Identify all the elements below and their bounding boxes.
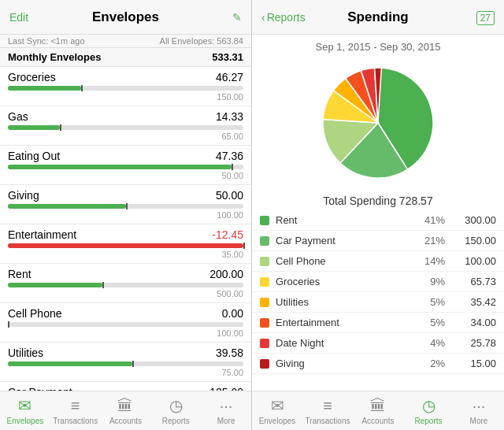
progress-bar <box>8 322 243 327</box>
spending-color-indicator <box>260 277 269 287</box>
total-spending-label: Total Spending <box>323 195 396 207</box>
nav-reports-right[interactable]: ◷ Reports <box>403 391 454 430</box>
list-item[interactable]: Cell Phone 14% 100.00 <box>252 251 504 272</box>
envelope-row: Giving 50.00 <box>8 189 243 202</box>
nav-more-left[interactable]: ··· More <box>201 391 251 430</box>
nav-label-reports-right: Reports <box>414 417 442 425</box>
total-spending: Total Spending 728.57 <box>252 190 504 210</box>
envelope-amount: 14.33 <box>216 110 243 123</box>
spending-percentage: 2% <box>417 358 445 369</box>
envelope-amount: 46.27 <box>216 71 243 83</box>
left-panel-title: Envelopes <box>92 9 159 25</box>
all-envelopes: All Envelopes: 563.84 <box>160 36 243 46</box>
envelope-name: Gas <box>8 110 28 123</box>
spending-category-name: Utilities <box>276 296 417 308</box>
section-amount-monthly: 533.31 <box>212 51 243 63</box>
nav-transactions-right[interactable]: ≡ Transactions <box>302 391 353 430</box>
spending-percentage: 5% <box>417 296 445 308</box>
list-item[interactable]: Gas 14.33 65.00 <box>0 106 251 146</box>
list-item[interactable]: Eating Out 47.36 50.00 <box>0 146 251 185</box>
nav-more-right[interactable]: ··· More <box>454 391 504 430</box>
list-item[interactable]: Car Payment 21% 150.00 <box>252 231 504 251</box>
progress-marker <box>81 85 83 91</box>
list-item[interactable]: Entertainment -12.45 35.00 <box>0 224 251 264</box>
list-item[interactable]: Rent 200.00 500.00 <box>0 264 251 303</box>
envelope-name: Eating Out <box>8 150 60 162</box>
total-spending-value: 728.57 <box>399 195 433 207</box>
envelope-name: Rent <box>8 268 32 280</box>
progress-fill <box>8 283 102 287</box>
pie-chart <box>315 60 441 186</box>
progress-bar <box>8 125 243 130</box>
progress-marker <box>60 124 61 131</box>
nav-transactions-left[interactable]: ≡ Transactions <box>50 391 101 430</box>
nav-accounts-left[interactable]: 🏛 Accounts <box>101 391 151 430</box>
more-icon-right: ··· <box>472 397 486 415</box>
spending-category-name: Cell Phone <box>276 255 417 267</box>
spending-color-indicator <box>260 339 269 348</box>
budget-amount: 100.00 <box>8 210 243 220</box>
nav-reports-left[interactable]: ◷ Reports <box>150 391 201 430</box>
budget-amount: 50.00 <box>8 171 243 180</box>
nav-label-accounts-right: Accounts <box>361 417 394 425</box>
envelope-amount: 39.58 <box>216 347 243 359</box>
back-button[interactable]: ‹ Reports <box>261 11 306 24</box>
progress-marker <box>102 282 104 288</box>
envelope-row: Cell Phone 0.00 <box>8 307 243 320</box>
envelope-name: Groceries <box>8 71 56 83</box>
nav-envelopes-left[interactable]: ✉ Envelopes <box>0 391 50 430</box>
reports-icon-left: ◷ <box>169 396 183 415</box>
list-item[interactable]: Car Payment 125.00 275.00 <box>0 382 251 391</box>
nav-label-more-left: More <box>217 417 235 425</box>
envelope-row: Utilities 39.58 <box>8 347 243 359</box>
spending-value: 15.00 <box>453 358 496 369</box>
spending-category-name: Entertainment <box>276 317 417 328</box>
list-item[interactable]: Giving 50.00 100.00 <box>0 185 251 224</box>
spending-percentage: 9% <box>417 276 445 287</box>
right-panel-title: Spending <box>347 9 408 25</box>
edit-button[interactable]: Edit <box>9 11 28 24</box>
progress-bar <box>8 165 243 169</box>
list-item[interactable]: Giving 2% 15.00 <box>252 354 504 374</box>
date-range: Sep 1, 2015 - Sep 30, 2015 <box>252 35 504 56</box>
list-item[interactable]: Rent 41% 300.00 <box>252 210 504 231</box>
spending-category-name: Car Payment <box>276 235 417 247</box>
list-item[interactable]: Date Night 4% 25.78 <box>252 333 504 354</box>
list-item[interactable]: Utilities 5% 35.42 <box>252 292 504 313</box>
spending-value: 150.00 <box>453 235 496 247</box>
nav-accounts-right[interactable]: 🏛 Accounts <box>353 391 403 430</box>
spending-category-name: Date Night <box>276 337 417 349</box>
spending-percentage: 4% <box>417 337 445 349</box>
spending-color-indicator <box>260 318 269 328</box>
more-icon-left: ··· <box>220 397 233 415</box>
nav-label-transactions-left: Transactions <box>53 417 98 425</box>
list-item[interactable]: Groceries 46.27 150.00 <box>0 67 251 106</box>
envelope-items-container: Groceries 46.27 150.00 Gas 14.33 65.00 <box>0 67 251 391</box>
spending-percentage: 41% <box>417 214 445 226</box>
spending-category-name: Giving <box>276 358 417 369</box>
calendar-icon[interactable]: 27 <box>476 11 495 24</box>
envelopes-icon-right: ✉ <box>271 396 284 415</box>
accounts-icon-left: 🏛 <box>117 397 133 415</box>
list-item[interactable]: Entertainment 5% 34.00 <box>252 313 504 333</box>
envelope-name: Entertainment <box>8 228 76 241</box>
accounts-icon-right: 🏛 <box>370 397 386 415</box>
progress-fill <box>8 204 126 209</box>
spending-category-name: Rent <box>276 214 417 226</box>
nav-label-transactions-right: Transactions <box>306 417 350 425</box>
list-item[interactable]: Utilities 39.58 75.00 <box>0 343 251 382</box>
nav-label-reports-left: Reports <box>162 417 190 425</box>
edit-icon[interactable]: ✎ <box>232 11 242 24</box>
nav-label-accounts-left: Accounts <box>109 417 142 425</box>
envelope-amount: 47.36 <box>216 150 243 162</box>
envelope-amount: -12.45 <box>212 228 243 241</box>
progress-marker <box>243 243 245 249</box>
list-item[interactable]: Cell Phone 0.00 100.00 <box>0 303 251 343</box>
list-item[interactable]: Groceries 9% 65.73 <box>252 272 504 292</box>
progress-fill <box>8 125 60 130</box>
right-header: ‹ Reports Spending 27 <box>252 0 504 35</box>
back-label: Reports <box>267 11 306 24</box>
nav-envelopes-right[interactable]: ✉ Envelopes <box>252 391 302 430</box>
envelope-name: Cell Phone <box>8 307 62 320</box>
nav-label-more-right: More <box>470 417 488 425</box>
